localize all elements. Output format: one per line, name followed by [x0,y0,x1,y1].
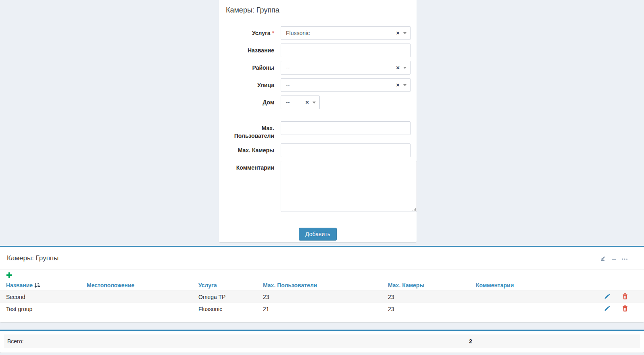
field-row-usluga: Услуга * Flussonic × [225,26,411,40]
field-row-max-users: Мах. Пользователи [225,121,411,140]
table-panel-header: Камеры: Группы [0,247,644,270]
column-header-actions [595,281,644,291]
comments-label: Комментарии [225,161,274,172]
ulitsa-select[interactable]: -- × [281,78,411,92]
usluga-select-value: Flussonic [286,30,310,36]
ulitsa-select-value: -- [286,82,290,88]
cell-max-users: 21 [257,303,382,315]
cell-comments [470,303,595,315]
cell-service: Omega TP [192,291,257,303]
max-users-label: Мах. Пользователи [225,121,274,140]
usluga-label-text: Услуга [252,30,271,36]
form-body: Услуга * Flussonic × Название Районы -- … [219,20,417,214]
column-header-name-text: Название [6,282,33,289]
clear-icon[interactable]: × [305,100,309,105]
chevron-down-icon[interactable] [313,102,316,104]
table-row: Test group Flussonic 21 23 [0,303,644,315]
usluga-label: Услуга * [225,26,274,37]
chevron-down-icon[interactable] [403,32,406,34]
max-cameras-label: Мах. Камеры [225,143,274,154]
camera-groups-table-panel: Камеры: Группы [0,246,644,322]
field-row-rayony: Районы -- × [225,61,411,75]
form-footer: Добавить [219,225,417,243]
max-users-input[interactable] [281,121,411,135]
cell-name: Second [0,291,81,303]
cell-max-cameras: 23 [382,291,470,303]
totals-panel: Всего: 2 [0,330,644,353]
collapse-icon[interactable] [611,256,616,261]
column-header-service[interactable]: Услуга [192,281,257,291]
column-header-name[interactable]: Название [0,281,81,291]
clear-icon[interactable]: × [396,30,400,36]
totals-value: 2 [469,334,472,348]
rayony-select-value: -- [286,64,290,71]
ulitsa-label: Улица [225,78,274,89]
cell-comments [470,291,595,303]
cell-actions [595,303,644,315]
add-submit-button[interactable]: Добавить [299,228,337,241]
nazvanie-input[interactable] [281,44,411,57]
table-row: Second Omega TP 23 23 [0,291,644,303]
cell-location [81,303,192,315]
camera-group-form-panel: Камеры: Группа Услуга * Flussonic × Назв… [219,0,417,242]
options-icon[interactable] [621,256,628,261]
export-icon[interactable] [600,255,606,261]
table-header-row: Название Местоположение Услуга Мах. Поль… [0,281,644,291]
column-header-max-cameras[interactable]: Мах. Камеры [382,281,470,291]
chevron-down-icon[interactable] [403,67,406,69]
cell-service: Flussonic [192,303,257,315]
edit-icon[interactable] [604,305,610,311]
column-header-comments[interactable]: Комментарии [470,281,595,291]
field-row-max-cameras: Мах. Камеры [225,143,411,157]
comments-textarea[interactable] [281,161,417,212]
groups-table: Название Местоположение Услуга Мах. Поль… [0,281,644,315]
sort-icon[interactable] [34,282,40,288]
column-header-max-users[interactable]: Мах. Пользователи [257,281,382,291]
cell-name: Test group [0,303,81,315]
field-row-ulitsa: Улица -- × [225,78,411,92]
max-cameras-input[interactable] [281,143,411,157]
delete-icon[interactable] [622,293,628,299]
comments-textarea-wrap [281,161,417,214]
edit-icon[interactable] [604,293,610,299]
resize-grip-icon[interactable] [412,207,416,211]
delete-icon[interactable] [622,305,628,311]
column-header-location[interactable]: Местоположение [81,281,192,291]
required-asterisk: * [272,30,274,36]
add-row-icon[interactable] [6,272,13,278]
nazvanie-label: Название [225,44,274,54]
cell-actions [595,291,644,303]
cell-max-cameras: 23 [382,303,470,315]
chevron-down-icon[interactable] [403,84,406,86]
dom-select[interactable]: -- × [281,95,320,109]
field-row-comments: Комментарии [225,161,411,214]
totals-label: Всего: [7,334,24,348]
rayony-label: Районы [225,61,274,72]
panel-tools [600,255,628,261]
field-row-dom: Дом -- × [225,95,411,109]
clear-icon[interactable]: × [396,82,400,88]
totals-bar: Всего: 2 [4,334,640,348]
cell-max-users: 23 [257,291,382,303]
clear-icon[interactable]: × [396,65,400,71]
rayony-select[interactable]: -- × [281,61,411,75]
dom-label: Дом [225,95,274,106]
dom-select-value: -- [286,99,290,106]
table-panel-title: Камеры: Группы [7,254,58,262]
usluga-select[interactable]: Flussonic × [281,26,411,40]
field-row-nazvanie: Название [225,44,411,57]
form-panel-title: Камеры: Группа [219,0,417,20]
cell-location [81,291,192,303]
